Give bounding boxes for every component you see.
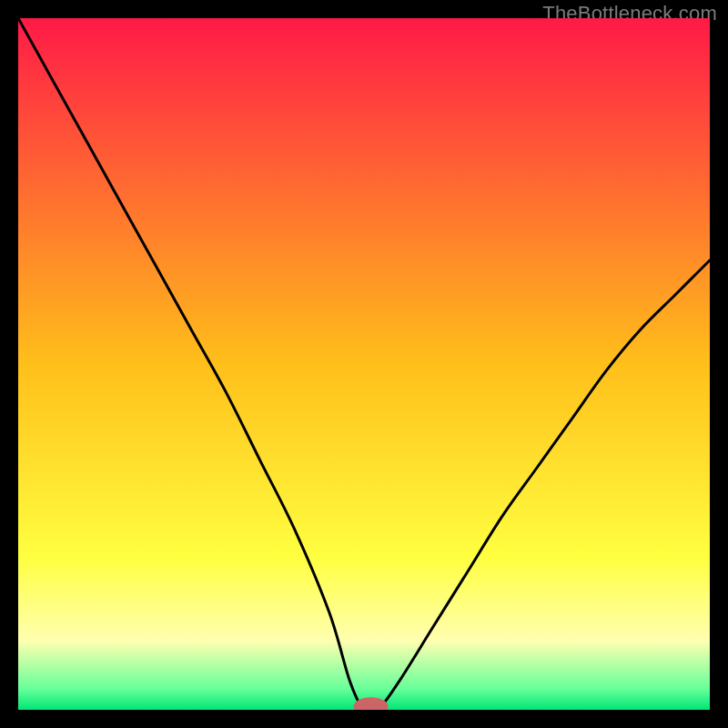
gradient-background xyxy=(18,18,710,710)
chart-frame: TheBottleneck.com xyxy=(0,0,728,728)
bottleneck-chart xyxy=(18,18,710,710)
plot-area xyxy=(18,18,710,710)
